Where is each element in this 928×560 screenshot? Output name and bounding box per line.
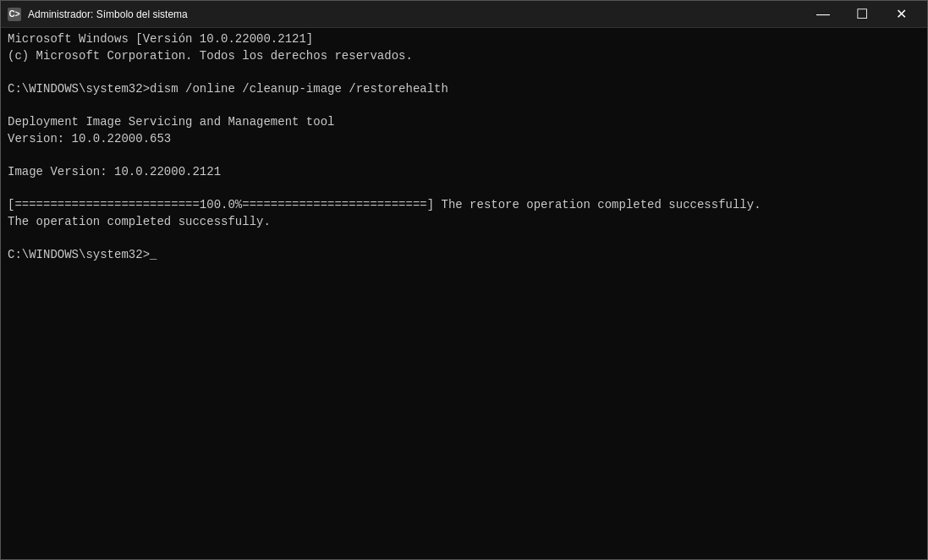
terminal-line (8, 180, 920, 197)
terminal-line: The operation completed successfully. (8, 214, 920, 231)
icon-label: C> (8, 9, 19, 19)
terminal-line (8, 97, 920, 114)
titlebar: C> Administrador: Símbolo del sistema — … (1, 1, 927, 28)
window-icon: C> (8, 8, 21, 21)
terminal-line: Version: 10.0.22000.653 (8, 131, 920, 148)
minimize-button[interactable]: — (804, 1, 843, 28)
terminal-line: (c) Microsoft Corporation. Todos los der… (8, 48, 920, 65)
maximize-button[interactable]: ☐ (843, 1, 881, 28)
terminal-line: Microsoft Windows [Versión 10.0.22000.21… (8, 31, 920, 48)
terminal-line (8, 147, 920, 164)
terminal-line: Deployment Image Servicing and Managemen… (8, 114, 920, 131)
terminal-line: C:\WINDOWS\system32>dism /online /cleanu… (8, 81, 920, 98)
cmd-window: C> Administrador: Símbolo del sistema — … (0, 0, 928, 560)
terminal-output[interactable]: Microsoft Windows [Versión 10.0.22000.21… (1, 28, 927, 559)
close-button[interactable]: ✕ (881, 1, 920, 28)
terminal-line (8, 230, 920, 247)
window-title: Administrador: Símbolo del sistema (28, 8, 804, 20)
window-controls: — ☐ ✕ (804, 1, 920, 28)
terminal-line: [==========================100.0%=======… (8, 197, 920, 214)
terminal-line: Image Version: 10.0.22000.2121 (8, 164, 920, 181)
terminal-line: C:\WINDOWS\system32>_ (8, 247, 920, 264)
terminal-line (8, 64, 920, 81)
